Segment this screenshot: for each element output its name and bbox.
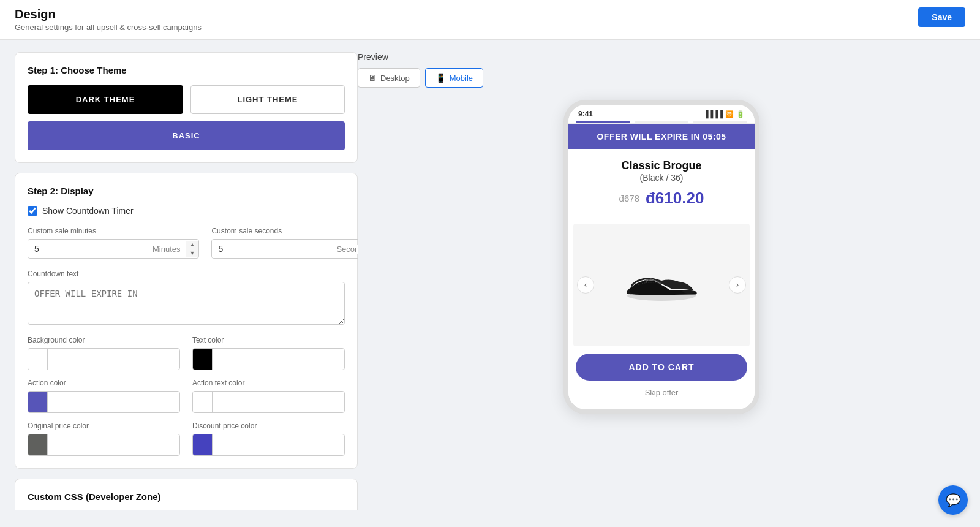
phone-status-icons: ▐▐▐▐ 🛜 🔋 bbox=[704, 110, 745, 118]
bg-color-group: Background color #FFFFFF bbox=[28, 336, 180, 370]
minutes-up-arrow[interactable]: ▲ bbox=[186, 241, 199, 249]
top-bar: Design General settings for all upsell &… bbox=[0, 0, 980, 40]
theme-buttons-row: DARK THEME LIGHT THEME bbox=[28, 85, 345, 114]
discount-price-color-input-row: #4542be bbox=[192, 434, 345, 456]
title-area: Design General settings for all upsell &… bbox=[15, 7, 202, 32]
show-countdown-label: Show Countdown Timer bbox=[42, 206, 134, 216]
signal-icon: ▐▐▐▐ bbox=[704, 110, 723, 118]
product-title: Classic Brogue bbox=[578, 159, 745, 173]
custom-css-card: Custom CSS (Developer Zone) bbox=[15, 479, 358, 510]
discount-price-color-label: Discount price color bbox=[192, 422, 345, 430]
text-color-label: Text color bbox=[192, 336, 345, 344]
mobile-icon: 📱 bbox=[435, 73, 446, 83]
mobile-tab-label: Mobile bbox=[450, 74, 473, 83]
color-row-2: Action color #5755b8 Action text color #… bbox=[28, 379, 345, 413]
discounted-price: đ610.20 bbox=[646, 189, 704, 208]
action-color-swatch[interactable] bbox=[28, 392, 48, 412]
preview-tabs: 🖥 Desktop 📱 Mobile bbox=[358, 68, 965, 88]
add-to-cart-button[interactable]: ADD TO CART bbox=[576, 354, 747, 381]
original-price-color-group: Original price color #5F605D bbox=[28, 422, 180, 456]
skip-offer-link[interactable]: Skip offer bbox=[568, 388, 755, 407]
right-panel: Preview 🖥 Desktop 📱 Mobile 9:41 ▐▐▐▐ 🛜 bbox=[358, 52, 965, 510]
step1-title: Step 1: Choose Theme bbox=[28, 65, 345, 75]
step2-title: Step 2: Display bbox=[28, 186, 345, 196]
page-subtitle: General settings for all upsell & cross-… bbox=[15, 23, 202, 32]
battery-icon: 🔋 bbox=[736, 110, 745, 118]
original-price-color-input[interactable]: #5F605D bbox=[48, 436, 179, 454]
page-title: Design bbox=[15, 7, 202, 21]
save-button[interactable]: Save bbox=[918, 7, 965, 27]
price-row: đ678 đ610.20 bbox=[578, 189, 745, 208]
seconds-label: Custom sale seconds bbox=[211, 227, 358, 235]
bg-color-label: Background color bbox=[28, 336, 180, 344]
phone-tab-2 bbox=[635, 121, 688, 123]
original-price-color-input-row: #5F605D bbox=[28, 434, 180, 456]
seconds-unit: Seconds bbox=[331, 245, 358, 254]
action-color-input-row: #5755b8 bbox=[28, 391, 180, 413]
discount-price-color-group: Discount price color #4542be bbox=[192, 422, 345, 456]
minutes-input[interactable]: 5 bbox=[28, 240, 148, 258]
minutes-spinner-group: Custom sale minutes 5 Minutes ▲ ▼ bbox=[28, 227, 199, 259]
action-color-input[interactable]: #5755b8 bbox=[48, 393, 179, 411]
text-color-group: Text color #000000 bbox=[192, 336, 345, 370]
carousel-left-arrow[interactable]: ‹ bbox=[577, 276, 594, 294]
phone-tab-1 bbox=[576, 121, 630, 123]
spinners-row: Custom sale minutes 5 Minutes ▲ ▼ Custom… bbox=[28, 227, 345, 259]
seconds-input[interactable]: 5 bbox=[212, 240, 331, 258]
phone-mockup: 9:41 ▐▐▐▐ 🛜 🔋 OFFER WILL EXPIRE IN 05:05 bbox=[564, 100, 760, 414]
phone-status-bar: 9:41 ▐▐▐▐ 🛜 🔋 bbox=[568, 105, 755, 121]
action-text-color-input[interactable]: #FFFFFF bbox=[213, 393, 344, 411]
basic-theme-button[interactable]: BASIC bbox=[28, 121, 345, 150]
dark-theme-button[interactable]: DARK THEME bbox=[28, 85, 183, 114]
mobile-tab[interactable]: 📱 Mobile bbox=[425, 68, 483, 88]
discount-price-color-input[interactable]: #4542be bbox=[213, 436, 344, 454]
text-color-input[interactable]: #000000 bbox=[213, 351, 344, 368]
step2-card: Step 2: Display Show Countdown Timer Cus… bbox=[15, 173, 358, 469]
seconds-spinner-group: Custom sale seconds 5 Seconds ▲ ▼ bbox=[211, 227, 358, 259]
bg-color-swatch[interactable] bbox=[28, 349, 48, 370]
original-price-color-swatch[interactable] bbox=[28, 434, 48, 455]
countdown-checkbox-row: Show Countdown Timer bbox=[28, 206, 345, 216]
add-to-cart-section: ADD TO CART Skip offer bbox=[568, 346, 755, 409]
action-text-color-input-row: #FFFFFF bbox=[192, 391, 345, 413]
color-row-3: Original price color #5F605D Discount pr… bbox=[28, 422, 345, 456]
preview-label: Preview bbox=[358, 52, 965, 62]
action-text-color-group: Action text color #FFFFFF bbox=[192, 379, 345, 413]
product-section: Classic Brogue (Black / 36) đ678 đ610.20 bbox=[568, 149, 755, 224]
carousel-right-arrow[interactable]: › bbox=[729, 276, 746, 294]
main-layout: Step 1: Choose Theme DARK THEME LIGHT TH… bbox=[0, 40, 980, 523]
color-row-1: Background color #FFFFFF Text color #000… bbox=[28, 336, 345, 370]
discount-price-color-swatch[interactable] bbox=[193, 434, 213, 455]
light-theme-button[interactable]: LIGHT THEME bbox=[190, 85, 345, 114]
desktop-icon: 🖥 bbox=[368, 73, 377, 83]
action-text-color-swatch[interactable] bbox=[193, 392, 213, 412]
product-image bbox=[619, 257, 704, 313]
product-image-area: ‹ bbox=[573, 224, 750, 346]
show-countdown-checkbox[interactable] bbox=[28, 206, 37, 216]
text-color-input-row: #000000 bbox=[192, 348, 345, 370]
offer-banner: OFFER WILL EXPIRE IN 05:05 bbox=[568, 124, 755, 149]
minutes-down-arrow[interactable]: ▼ bbox=[186, 249, 199, 257]
step1-card: Step 1: Choose Theme DARK THEME LIGHT TH… bbox=[15, 52, 358, 163]
chat-icon: 💬 bbox=[946, 493, 961, 507]
original-price-color-label: Original price color bbox=[28, 422, 180, 430]
bg-color-input[interactable]: #FFFFFF bbox=[48, 351, 179, 368]
left-panel: Step 1: Choose Theme DARK THEME LIGHT TH… bbox=[15, 52, 358, 510]
text-color-swatch[interactable] bbox=[193, 349, 213, 370]
countdown-textarea[interactable] bbox=[28, 282, 345, 325]
phone-time: 9:41 bbox=[578, 110, 593, 118]
bg-color-input-row: #FFFFFF bbox=[28, 348, 180, 370]
action-text-color-label: Action text color bbox=[192, 379, 345, 387]
action-color-group: Action color #5755b8 bbox=[28, 379, 180, 413]
phone-container: 9:41 ▐▐▐▐ 🛜 🔋 OFFER WILL EXPIRE IN 05:05 bbox=[358, 100, 965, 510]
minutes-unit: Minutes bbox=[148, 245, 186, 254]
chat-bubble-button[interactable]: 💬 bbox=[938, 485, 968, 515]
custom-css-title: Custom CSS (Developer Zone) bbox=[28, 491, 345, 502]
countdown-text-label: Countdown text bbox=[28, 270, 345, 278]
minutes-label: Custom sale minutes bbox=[28, 227, 199, 235]
desktop-tab[interactable]: 🖥 Desktop bbox=[358, 68, 420, 88]
product-subtitle: (Black / 36) bbox=[578, 173, 745, 183]
minutes-arrows: ▲ ▼ bbox=[186, 241, 199, 257]
minutes-spinner: 5 Minutes ▲ ▼ bbox=[28, 239, 199, 259]
action-color-label: Action color bbox=[28, 379, 180, 387]
